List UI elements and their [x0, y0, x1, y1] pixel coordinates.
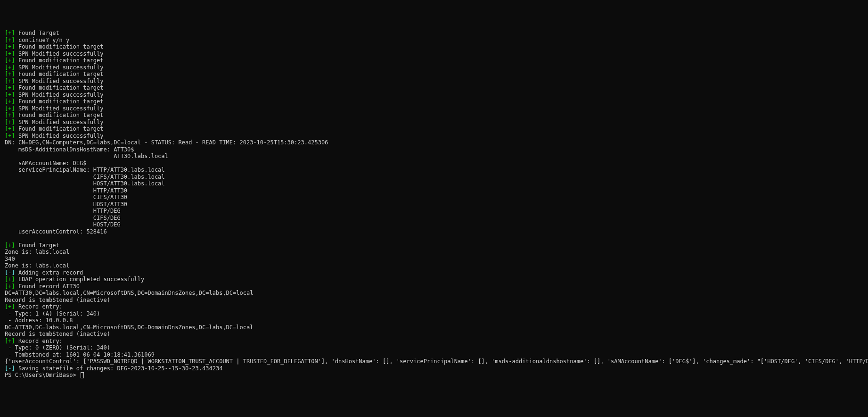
- terminal-line: HOST/DEG: [5, 221, 863, 228]
- terminal-line: userAccountControl: 528416: [5, 228, 863, 235]
- terminal-line: [+] Found modification target: [5, 84, 863, 92]
- terminal-line: [+] LDAP operation completed successfull…: [5, 276, 863, 283]
- status-message: Found modification target: [15, 57, 104, 64]
- terminal-line: sAMAccountName: DEG$: [5, 160, 863, 167]
- status-bracket: [+]: [5, 276, 15, 283]
- terminal-line: [-] Saving statefile of changes: DEG-202…: [5, 365, 863, 372]
- status-bracket: [+]: [5, 105, 15, 112]
- terminal-line: [+] SPN Modified successfully: [5, 64, 863, 71]
- terminal-line: 340: [5, 256, 863, 263]
- status-message: Found record ATT30: [15, 283, 80, 290]
- status-bracket: [+]: [5, 338, 15, 344]
- terminal-line: [+] Record entry:: [5, 303, 863, 310]
- powershell-prompt: PS C:\Users\OmriBaso>: [5, 372, 80, 378]
- terminal-line: [-] Adding extra record: [5, 269, 863, 276]
- status-bracket: [+]: [5, 37, 15, 43]
- terminal-line: [+] Found modification target: [5, 112, 863, 119]
- terminal-line: CIFS/ATT30: [5, 194, 863, 201]
- terminal-line: Record is tombStoned (inactive): [5, 297, 863, 304]
- terminal-line: [+] Record entry:: [5, 338, 863, 345]
- status-bracket-minus: [-]: [5, 269, 15, 276]
- terminal-line: Zone is: labs.local: [5, 249, 863, 256]
- terminal-line: [+] Found modification target: [5, 125, 863, 133]
- terminal-line: HOST/ATT30.labs.local: [5, 180, 863, 187]
- terminal-line: [+] continue? y/n y: [5, 37, 863, 44]
- terminal-line: DC=ATT30,DC=labs.local,CN=MicrosoftDNS,D…: [5, 324, 863, 331]
- status-bracket: [+]: [5, 303, 15, 310]
- terminal-line: [+] Found modification target: [5, 98, 863, 105]
- terminal-line: [+] Found record ATT30: [5, 283, 863, 290]
- terminal-line: [+] Found Target: [5, 242, 863, 249]
- terminal-line: HTTP/DEG: [5, 208, 863, 215]
- terminal-line: [+] Found modification target: [5, 71, 863, 78]
- status-message: Record entry:: [15, 303, 63, 310]
- status-message: Found modification target: [15, 43, 104, 50]
- status-message: SPN Modified successfully: [15, 50, 104, 57]
- status-bracket: [+]: [5, 133, 15, 139]
- terminal-line: DN: CN=DEG,CN=Computers,DC=labs,DC=local…: [5, 139, 863, 146]
- status-message: Found modification target: [15, 112, 104, 118]
- status-message: Saving statefile of changes: DEG-2023-10…: [15, 365, 223, 372]
- terminal-line: [+] Found Target: [5, 30, 863, 37]
- terminal-line: - Type: 1 (A) (Serial: 340): [5, 310, 863, 317]
- terminal-line: CIFS/ATT30.labs.local: [5, 174, 863, 181]
- status-message: Found Target: [15, 242, 59, 249]
- terminal-line: - Type: 0 (ZERO) (Serial: 340): [5, 344, 863, 351]
- status-bracket: [+]: [5, 64, 15, 71]
- status-message: SPN Modified successfully: [15, 92, 104, 98]
- status-message: SPN Modified successfully: [15, 133, 104, 139]
- status-message: Found modification target: [15, 125, 104, 132]
- terminal-line: HOST/ATT30: [5, 201, 863, 208]
- terminal-line: [+] Found modification target: [5, 43, 863, 50]
- terminal-line: ATT30.labs.local: [5, 153, 863, 160]
- status-bracket: [+]: [5, 71, 15, 77]
- terminal-line: [+] SPN Modified successfully: [5, 119, 863, 126]
- status-bracket: [+]: [5, 98, 15, 105]
- terminal-line: HTTP/ATT30: [5, 187, 863, 194]
- status-message: SPN Modified successfully: [15, 64, 104, 71]
- cursor-icon: [81, 372, 84, 378]
- status-message: Found modification target: [15, 71, 104, 77]
- status-bracket: [+]: [5, 43, 15, 50]
- terminal-line: - Address: 10.0.0.8: [5, 317, 863, 324]
- status-bracket: [+]: [5, 30, 15, 36]
- status-message: Found modification target: [15, 84, 104, 91]
- status-bracket: [+]: [5, 119, 15, 125]
- status-bracket: [+]: [5, 57, 15, 64]
- terminal-line: Zone is: labs.local: [5, 262, 863, 269]
- status-message: Found Target: [15, 30, 59, 36]
- status-message: Found modification target: [15, 98, 104, 105]
- terminal-line: servicePrincipalName: HTTP/ATT30.labs.lo…: [5, 167, 863, 174]
- status-message: continue? y/n y: [15, 37, 70, 43]
- status-message: Record entry:: [15, 338, 63, 344]
- terminal-line: [+] SPN Modified successfully: [5, 133, 863, 140]
- status-message: SPN Modified successfully: [15, 78, 104, 84]
- status-bracket: [+]: [5, 92, 15, 98]
- terminal-line: [+] SPN Modified successfully: [5, 50, 863, 58]
- status-bracket-minus: [-]: [5, 365, 15, 372]
- status-message: Adding extra record: [15, 269, 83, 276]
- status-bracket: [+]: [5, 125, 15, 132]
- status-bracket: [+]: [5, 112, 15, 118]
- terminal-line: [+] Found modification target: [5, 57, 863, 64]
- terminal-line: [5, 235, 863, 242]
- prompt-line[interactable]: PS C:\Users\OmriBaso>: [5, 372, 863, 379]
- terminal-line: msDS-AdditionalDnsHostName: ATT30$: [5, 146, 863, 153]
- status-bracket: [+]: [5, 242, 15, 249]
- status-message: LDAP operation completed successfully: [15, 276, 145, 283]
- status-bracket: [+]: [5, 84, 15, 91]
- terminal-line: - Tombstoned at: 1601-06-04 10:18:41.361…: [5, 351, 863, 359]
- status-bracket: [+]: [5, 50, 15, 57]
- terminal-output[interactable]: [+] Found Target[+] continue? y/n y[+] F…: [5, 30, 863, 379]
- status-bracket: [+]: [5, 283, 15, 290]
- terminal-line: [+] SPN Modified successfully: [5, 105, 863, 112]
- terminal-line: [+] SPN Modified successfully: [5, 92, 863, 99]
- status-message: SPN Modified successfully: [15, 105, 104, 112]
- status-message: SPN Modified successfully: [15, 119, 104, 125]
- terminal-line: [+] SPN Modified successfully: [5, 78, 863, 85]
- terminal-line: Record is tombStoned (inactive): [5, 331, 863, 338]
- terminal-line: DC=ATT30,DC=labs.local,CN=MicrosoftDNS,D…: [5, 290, 863, 297]
- status-bracket: [+]: [5, 78, 15, 84]
- terminal-line: CIFS/DEG: [5, 215, 863, 222]
- terminal-line: {'userAccountControl': ['PASSWD_NOTREQD …: [5, 358, 863, 365]
